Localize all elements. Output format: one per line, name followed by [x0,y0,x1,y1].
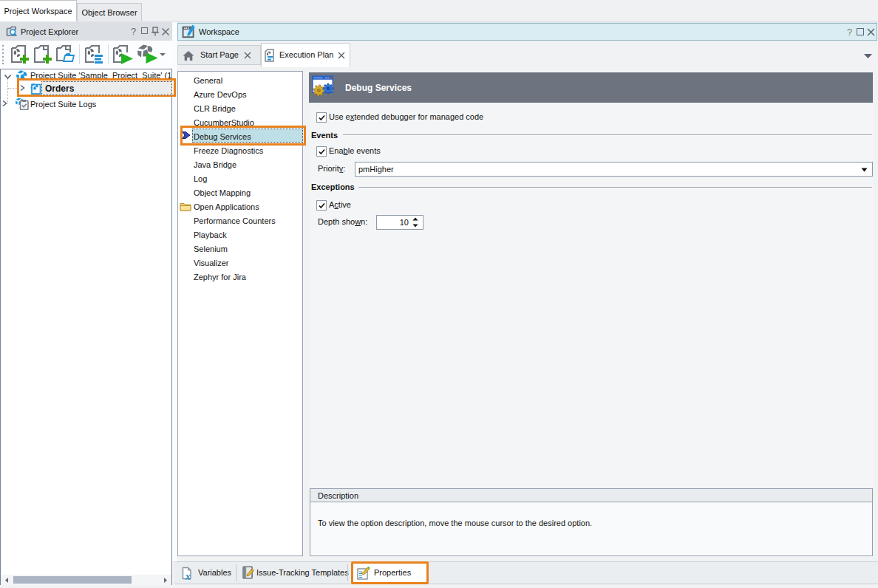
svg-text:x: x [185,571,191,582]
